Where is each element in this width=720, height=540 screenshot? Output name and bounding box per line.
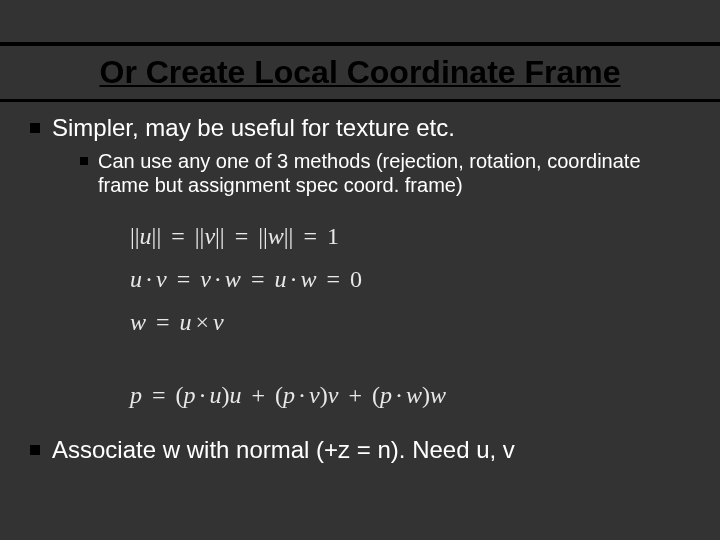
- bullet-item: Can use any one of 3 methods (rejection,…: [80, 149, 690, 197]
- math-line-cross: w = u×v: [130, 301, 690, 344]
- math-line-norms: ||u|| = ||v|| = ||w|| = 1: [130, 215, 690, 258]
- slide-body: Simpler, may be useful for texture etc. …: [0, 102, 720, 464]
- bullet-item: Associate w with normal (+z = n). Need u…: [30, 436, 690, 465]
- square-bullet-icon: [80, 157, 88, 165]
- square-bullet-icon: [30, 445, 40, 455]
- math-line-projection: p = (p·u)u + (p·v)v + (p·w)w: [130, 374, 690, 417]
- bullet-text: Associate w with normal (+z = n). Need u…: [52, 436, 515, 465]
- bullet-text: Can use any one of 3 methods (rejection,…: [98, 149, 690, 197]
- math-block: ||u|| = ||v|| = ||w|| = 1 u·v = v·w = u·…: [130, 215, 690, 418]
- math-line-dots: u·v = v·w = u·w = 0: [130, 258, 690, 301]
- square-bullet-icon: [30, 123, 40, 133]
- bullet-text: Simpler, may be useful for texture etc.: [52, 114, 455, 143]
- title-block: Or Create Local Coordinate Frame: [0, 42, 720, 102]
- bullet-item: Simpler, may be useful for texture etc.: [30, 114, 690, 143]
- slide: Or Create Local Coordinate Frame Simpler…: [0, 42, 720, 540]
- slide-title: Or Create Local Coordinate Frame: [0, 46, 720, 99]
